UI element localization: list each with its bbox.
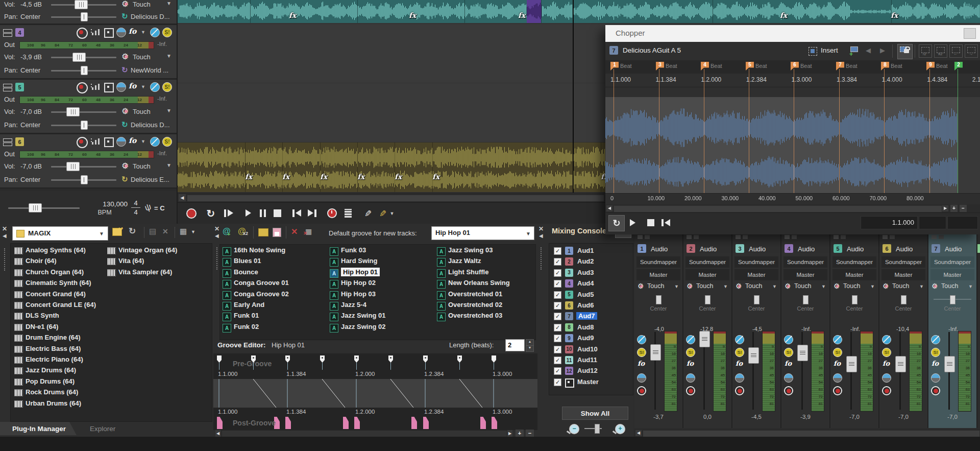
strip-automation-dropdown-icon[interactable]: ▼ xyxy=(968,284,973,289)
strip-mute-icon[interactable] xyxy=(735,335,744,344)
strip-fader-handle[interactable] xyxy=(797,345,808,361)
strip-automation-mode[interactable]: Touch xyxy=(745,282,762,290)
halve-selection-icon[interactable]: /2 xyxy=(919,44,932,58)
chopper-scrollbar-thumb[interactable] xyxy=(614,205,942,212)
chopper-titlebar[interactable] xyxy=(605,25,980,42)
panel-collapse-icon[interactable]: ◀ xyxy=(3,233,7,239)
strip-solo-icon[interactable]: S! xyxy=(882,348,891,357)
mixer-track-name[interactable]: Aud12 xyxy=(577,367,598,374)
tool-dropdown-button[interactable]: ▼ xyxy=(385,207,399,220)
groove-list-item[interactable]: Funk 01 xyxy=(234,312,259,319)
strip-fx-icon[interactable]: fo xyxy=(785,360,792,367)
fx-chain-icon[interactable]: fo xyxy=(129,82,136,90)
strip-output-button[interactable]: Master xyxy=(734,269,778,280)
strip-fx-icon[interactable]: fo xyxy=(687,360,694,367)
time-sig-top[interactable]: 4 xyxy=(132,199,140,207)
clip-fx-icon[interactable]: fx xyxy=(282,173,289,181)
strip-automation-mode[interactable]: Touch xyxy=(843,282,860,290)
show-all-button[interactable]: Show All xyxy=(562,407,628,420)
vol-slider[interactable] xyxy=(51,4,116,6)
pan-slider[interactable] xyxy=(51,70,116,72)
add-marker-icon[interactable]: + xyxy=(849,45,861,57)
track-number-badge[interactable]: 5 xyxy=(15,83,24,91)
groove-scroll-left[interactable]: ◀ xyxy=(215,430,220,437)
play-button[interactable] xyxy=(242,207,255,220)
groove-list-item[interactable]: Funk 03 xyxy=(341,246,366,254)
plugin-list-item[interactable]: Pop Drums (64) xyxy=(26,377,75,385)
clip-fx-icon[interactable]: fx xyxy=(780,11,787,19)
regions-tool-button[interactable] xyxy=(342,207,355,220)
strip-mute-icon[interactable] xyxy=(784,335,793,344)
delete-folder-icon[interactable]: ✕ xyxy=(162,227,168,235)
plugin-list-item[interactable]: Concert Grand LE (64) xyxy=(26,301,96,308)
mixer-track-name[interactable]: Aud1 xyxy=(577,247,594,254)
strip-automation-dropdown-icon[interactable]: ▼ xyxy=(772,284,777,289)
strip-mute-icon[interactable] xyxy=(833,335,842,344)
track-visible-checkbox[interactable]: ✓ xyxy=(554,258,561,266)
play-from-start-button[interactable] xyxy=(223,207,236,220)
groove-list-item[interactable]: Early And xyxy=(234,301,264,308)
phase-icon[interactable] xyxy=(116,82,126,92)
groove-list-item[interactable]: Conga Groove 01 xyxy=(234,279,289,287)
strip-fader-track[interactable] xyxy=(654,332,656,410)
automation-dropdown-icon[interactable]: ▼ xyxy=(166,53,172,59)
chopper-play-button[interactable] xyxy=(630,219,635,226)
time-sig-bottom[interactable]: 4 xyxy=(132,208,140,216)
solo-icon[interactable]: S! xyxy=(162,82,172,92)
device-name[interactable]: NewWorld ... xyxy=(131,66,174,74)
strip-automation-mode[interactable]: Touch xyxy=(647,282,664,290)
strip-fader-handle[interactable] xyxy=(846,356,857,372)
strip-output-button[interactable]: Master xyxy=(881,269,925,280)
strip-solo-icon[interactable]: S! xyxy=(686,348,695,357)
automation-mode[interactable]: Touch xyxy=(133,162,151,170)
clip-fx-icon[interactable]: fx xyxy=(409,11,416,19)
chopper-scroll-left[interactable]: ◀ xyxy=(606,205,612,211)
record-button[interactable] xyxy=(185,207,198,220)
strip-phase-icon[interactable] xyxy=(735,373,744,383)
strip-record-icon[interactable] xyxy=(882,386,891,395)
strip-automation-dropdown-icon[interactable]: ▼ xyxy=(821,284,826,289)
strip-automation-dropdown-icon[interactable]: ▼ xyxy=(870,284,875,289)
panel-close-icon[interactable]: ✕ xyxy=(2,225,7,232)
groove-list-item[interactable]: Funk 02 xyxy=(234,323,259,330)
length-input[interactable]: 2 xyxy=(505,339,525,351)
plugin-list-item[interactable]: Concert Grand (64) xyxy=(26,290,86,298)
clip-fx-icon[interactable]: fx xyxy=(357,173,364,181)
track-visible-checkbox[interactable]: ✓ xyxy=(554,335,561,342)
edit-cursor[interactable] xyxy=(573,0,574,193)
strip-fader-handle[interactable] xyxy=(748,347,759,364)
chopper-go-start-bar[interactable] xyxy=(662,219,664,226)
mixer-track-name[interactable]: Aud10 xyxy=(577,345,598,353)
tempo-slider[interactable] xyxy=(8,207,80,209)
track-visible-checkbox[interactable]: ✓ xyxy=(554,346,561,353)
mixer-track-name[interactable]: Aud2 xyxy=(577,257,594,265)
delete-groove-icon[interactable]: ✕ xyxy=(291,227,298,236)
vol-slider-handle[interactable] xyxy=(66,162,80,171)
chopper-display-3[interactable] xyxy=(947,216,978,229)
plugin-list-item[interactable]: Electric Piano (64) xyxy=(26,355,83,363)
plugin-list-item[interactable]: Church Organ (64) xyxy=(26,268,84,276)
strips-scrollbar-thumb[interactable] xyxy=(643,430,980,437)
strip-pan-handle[interactable] xyxy=(754,295,760,304)
plugin-list-item[interactable]: Cinematic Synth (64) xyxy=(26,279,91,287)
strip-fader-handle[interactable] xyxy=(895,356,906,372)
strip-input-button[interactable]: Soundmapper xyxy=(832,256,876,268)
plugin-list-item[interactable]: Vita Sampler (64) xyxy=(118,268,172,276)
mixer-track-name[interactable]: Aud11 xyxy=(577,356,597,364)
plugin-list-item[interactable]: DLS Synth xyxy=(26,312,59,319)
mixer-track-name[interactable]: Aud6 xyxy=(577,301,594,309)
strip-record-icon[interactable] xyxy=(686,386,695,395)
strip-record-icon[interactable] xyxy=(833,386,842,395)
strip-fx-icon[interactable]: fo xyxy=(932,360,939,367)
automation-mode[interactable]: Touch xyxy=(133,1,151,8)
plugin-list-item[interactable]: Choir (64) xyxy=(26,257,57,265)
shift-selection-left-icon[interactable]: ← xyxy=(949,44,963,58)
clip-fx-icon[interactable]: fx xyxy=(245,173,252,181)
mixer-track-name[interactable]: Aud9 xyxy=(577,334,594,342)
pan-slider-handle[interactable] xyxy=(81,175,88,184)
length-spin-down[interactable]: ▼ xyxy=(526,345,534,352)
vol-slider[interactable] xyxy=(51,111,116,113)
strip-phase-icon[interactable] xyxy=(882,373,891,383)
strip-phase-icon[interactable] xyxy=(833,373,842,383)
chopper-insert-button[interactable]: Insert xyxy=(807,44,846,58)
